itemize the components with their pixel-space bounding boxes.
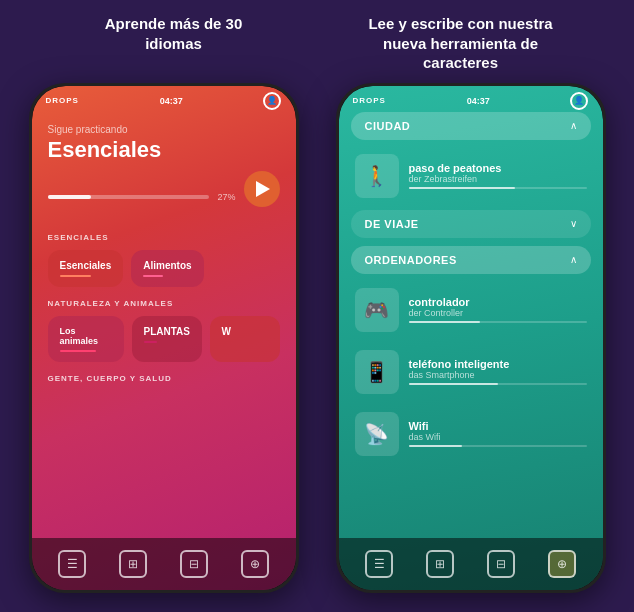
controller-icon: 🎮 <box>355 288 399 332</box>
phone2-time: 04:37 <box>467 96 490 106</box>
phone-1: DROPS 04:37 👤 Sigue practicando Esencial… <box>29 83 299 593</box>
phone2-bottom-nav: ☰ ⊞ ⊟ ⊕ <box>339 538 603 590</box>
de-viaje-chevron-down: ∨ <box>570 218 577 229</box>
phone2-status-bar: DROPS 04:37 👤 <box>339 86 603 112</box>
ordenadores-category-header[interactable]: ORDENADORES ∧ <box>351 246 591 274</box>
vocab-paso-progress-fill <box>409 187 516 189</box>
vocab-wifi: 📡 Wifi das Wifi <box>351 406 591 464</box>
play-icon <box>256 181 270 197</box>
vocab-paso-main: paso de peatones <box>409 162 587 174</box>
vocab-controlador-text: controlador der Controller <box>409 296 587 323</box>
vocab-telefono: 📱 teléfono inteligente das Smartphone <box>351 344 591 402</box>
card-esenciales[interactable]: Esenciales <box>48 250 124 287</box>
vocab-wifi-main: Wifi <box>409 420 587 432</box>
phone1-logo: DROPS <box>46 96 79 105</box>
vocab-controlador-sub: der Controller <box>409 308 587 318</box>
vocab-wifi-fill <box>409 445 462 447</box>
section-esenciales: ESENCIALES <box>48 233 280 242</box>
progress-bar <box>48 195 210 199</box>
vocab-controlador-progress <box>409 321 587 323</box>
vocab-controlador-fill <box>409 321 480 323</box>
card-w[interactable]: W <box>210 316 280 362</box>
phone1-user-icon: 👤 <box>263 92 281 110</box>
vocab-controlador-main: controlador <box>409 296 587 308</box>
de-viaje-label: DE VIAJE <box>365 218 419 230</box>
nav-barbell-icon[interactable]: ⊞ <box>119 550 147 578</box>
vocab-telefono-main: teléfono inteligente <box>409 358 587 370</box>
phone1-bottom-nav: ☰ ⊞ ⊟ ⊕ <box>32 538 296 590</box>
header-row: Aprende más de 30 idiomas Lee y escribe … <box>0 0 634 83</box>
ciudad-chevron-up: ∧ <box>570 120 577 131</box>
naturaleza-cards: Los animales PLANTAS W <box>48 316 280 362</box>
card-animales[interactable]: Los animales <box>48 316 124 362</box>
play-button[interactable] <box>244 171 280 207</box>
nav-list-icon[interactable]: ☰ <box>58 550 86 578</box>
vocab-telefono-progress <box>409 383 587 385</box>
wifi-icon: 📡 <box>355 412 399 456</box>
vocab-telefono-text: teléfono inteligente das Smartphone <box>409 358 587 385</box>
vocab-paso-peatones: 🚶 paso de peatones der Zebrastreifen <box>351 148 591 206</box>
vocab-paso-sub: der Zebrastreifen <box>409 174 587 184</box>
left-header-title: Aprende más de 30 idiomas <box>30 14 317 73</box>
smartphone-icon: 📱 <box>355 350 399 394</box>
crosswalk-icon: 🚶 <box>355 154 399 198</box>
section-naturaleza: NATURALEZA Y ANIMALES <box>48 299 280 308</box>
nav-cards-icon[interactable]: ⊟ <box>180 550 208 578</box>
section-gente: GENTE, CUERPO Y SALUD <box>48 374 280 383</box>
nav-globe-icon[interactable]: ⊕ <box>241 550 269 578</box>
nav2-globe-icon[interactable]: ⊕ <box>548 550 576 578</box>
vocab-wifi-text: Wifi das Wifi <box>409 420 587 447</box>
phone1-time: 04:37 <box>160 96 183 106</box>
nav2-list-icon[interactable]: ☰ <box>365 550 393 578</box>
card-alimentos[interactable]: Alimentos <box>131 250 203 287</box>
ordenadores-chevron-up: ∧ <box>570 254 577 265</box>
vocab-paso-progress <box>409 187 587 189</box>
ciudad-label: CIUDAD <box>365 120 411 132</box>
vocab-controlador: 🎮 controlador der Controller <box>351 282 591 340</box>
progress-fill <box>48 195 92 199</box>
nav2-barbell-icon[interactable]: ⊞ <box>426 550 454 578</box>
vocab-telefono-fill <box>409 383 498 385</box>
ordenadores-label: ORDENADORES <box>365 254 457 266</box>
phones-row: DROPS 04:37 👤 Sigue practicando Esencial… <box>0 83 634 593</box>
card-plantas[interactable]: PLANTAS <box>132 316 202 362</box>
ciudad-category-header[interactable]: CIUDAD ∧ <box>351 112 591 140</box>
vocab-wifi-progress <box>409 445 587 447</box>
phone2-logo: DROPS <box>353 96 386 105</box>
vocab-telefono-sub: das Smartphone <box>409 370 587 380</box>
vocab-paso-text: paso de peatones der Zebrastreifen <box>409 162 587 189</box>
esenciales-title: Esenciales <box>48 137 280 163</box>
de-viaje-category[interactable]: DE VIAJE ∨ <box>351 210 591 238</box>
phone1-status-bar: DROPS 04:37 👤 <box>32 86 296 112</box>
nav2-cards-icon[interactable]: ⊟ <box>487 550 515 578</box>
esenciales-cards: Esenciales Alimentos <box>48 250 280 287</box>
phone2-user-icon: 👤 <box>570 92 588 110</box>
vocab-wifi-sub: das Wifi <box>409 432 587 442</box>
right-header-title: Lee y escribe con nuestra nueva herramie… <box>317 14 604 73</box>
phone-2: DROPS 04:37 👤 CIUDAD ∧ 🚶 paso de peatone <box>336 83 606 593</box>
keep-practicing-label: Sigue practicando <box>48 124 280 135</box>
progress-pct: 27% <box>217 192 235 202</box>
